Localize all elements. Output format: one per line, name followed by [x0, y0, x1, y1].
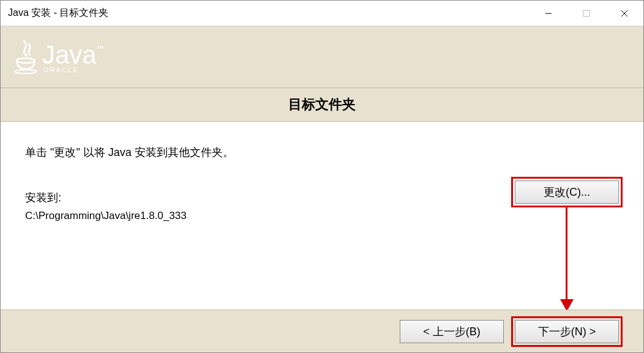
minimize-button[interactable] — [530, 1, 567, 26]
java-logo-tm: ™ — [97, 44, 104, 53]
change-button[interactable]: 更改(C)... — [515, 180, 619, 204]
content-area: 单击 "更改" 以将 Java 安装到其他文件夹。 安装到: C:\Progra… — [1, 122, 643, 310]
window-controls — [530, 1, 643, 26]
next-button[interactable]: 下一步(N) > — [515, 320, 619, 343]
java-cup-icon — [13, 39, 39, 75]
java-logo-text-group: Java ™ ORACLE — [42, 40, 104, 73]
close-icon — [620, 9, 629, 18]
back-button[interactable]: < 上一步(B) — [400, 320, 504, 343]
window-title: Java 安装 - 目标文件夹 — [8, 7, 108, 20]
svg-point-5 — [15, 70, 37, 73]
maximize-button — [567, 1, 605, 26]
instruction-text: 单击 "更改" 以将 Java 安装到其他文件夹。 — [25, 145, 619, 160]
maximize-icon — [583, 10, 590, 17]
java-logo-text: Java — [42, 40, 97, 70]
header-banner: Java ™ ORACLE — [1, 26, 643, 87]
minimize-icon — [545, 10, 552, 17]
java-logo: Java ™ ORACLE — [13, 39, 104, 75]
close-button[interactable] — [605, 1, 643, 26]
svg-rect-1 — [583, 10, 590, 17]
subtitle-bar: 目标文件夹 — [1, 87, 643, 122]
install-path-text: C:\Programming\Java\jre1.8.0_333 — [25, 210, 619, 222]
page-subtitle: 目标文件夹 — [288, 95, 356, 114]
window-titlebar: Java 安装 - 目标文件夹 — [1, 1, 643, 26]
svg-point-4 — [17, 58, 35, 63]
footer-bar: < 上一步(B) 下一步(N) > — [1, 310, 643, 352]
